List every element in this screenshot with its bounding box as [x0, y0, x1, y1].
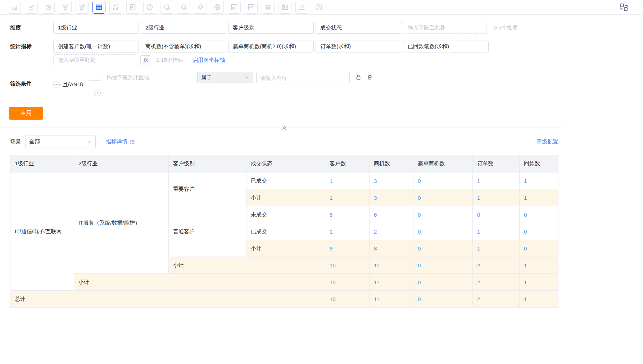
help-icon	[315, 3, 323, 11]
metric-value-cell[interactable]: 11	[370, 291, 413, 308]
metric-value-cell[interactable]: 1	[520, 257, 558, 274]
toolbar-china-bubble-map-button[interactable]	[177, 1, 190, 14]
metric-field-pill[interactable]: 商机数(不含输单)(求和)	[141, 41, 226, 52]
metric-field-pill[interactable]: 已回款笔数(求和)	[403, 41, 489, 52]
collapse-config-button[interactable]	[279, 125, 289, 131]
dimension-cell: 重要客户	[169, 172, 246, 206]
swap-axes-button[interactable]	[619, 3, 629, 12]
scene-select[interactable]: 全部	[25, 135, 96, 148]
dimension-field-pill[interactable]: 2级行业	[141, 22, 226, 34]
metric-value-cell[interactable]: 0	[413, 257, 473, 274]
toolbar-bar-chart-button[interactable]	[8, 1, 21, 14]
metric-value-cell[interactable]: 3	[370, 172, 413, 189]
toolbar-bubble-map-button[interactable]	[194, 1, 207, 14]
add-condition-button[interactable]: +	[94, 90, 101, 96]
list-icon[interactable]	[129, 139, 135, 145]
metric-value-cell[interactable]: 1	[473, 240, 520, 257]
toolbar-pie-chart-button[interactable]	[42, 1, 55, 14]
metric-value-cell[interactable]: 0	[413, 240, 473, 257]
delete-condition-button[interactable]	[366, 74, 374, 82]
toolbar-help-button[interactable]	[312, 1, 325, 14]
metric-value-cell[interactable]: 1	[325, 172, 370, 189]
metric-value-cell[interactable]: 2	[473, 291, 520, 308]
metric-field-pill[interactable]: 赢单商机数(商机2.0)(求和)	[228, 41, 314, 52]
metric-value-cell[interactable]: 1	[520, 189, 558, 206]
filter-field-drop-zone[interactable]: 拖拽字段到此区域	[102, 72, 195, 83]
metric-value-cell[interactable]: 9	[325, 240, 370, 257]
toolbar-world-map-button[interactable]	[211, 1, 224, 14]
metric-value-cell[interactable]: 0	[413, 274, 473, 291]
metric-value-cell[interactable]: 0	[413, 223, 473, 240]
metric-value-cell[interactable]: 0	[520, 206, 558, 223]
metric-value-cell[interactable]: 3	[370, 189, 413, 206]
metric-value-cell[interactable]: 1	[325, 223, 370, 240]
metric-value-cell[interactable]: 8	[325, 206, 370, 223]
metrics-row-2: 拖入字段至此处 fx 1-15个指标 启用次坐标轴	[10, 54, 643, 66]
chevron-down-icon	[244, 75, 249, 80]
toolbar-table-button[interactable]	[92, 1, 105, 14]
metric-drop-zone[interactable]: 拖入字段至此处	[53, 54, 137, 66]
dimension-row: 维度 1级行业2级行业客户级别成交状态 拖入字段至此处 0-5个维度	[10, 22, 643, 34]
metric-value-cell[interactable]: 1	[520, 291, 558, 308]
metric-value-cell[interactable]: 2	[370, 223, 413, 240]
lock-icon	[355, 74, 362, 81]
apply-button[interactable]: 应用	[9, 107, 43, 120]
toolbar-combo-chart-button[interactable]	[109, 1, 122, 14]
toolbar-funnel-button[interactable]	[59, 1, 72, 14]
metric-value-cell[interactable]: 1	[473, 172, 520, 189]
metric-value-cell[interactable]: 10	[325, 257, 370, 274]
metric-field-pill[interactable]: 订单数(求和)	[316, 41, 401, 52]
toolbar-report-button[interactable]	[126, 1, 139, 14]
metric-value-cell[interactable]: 1	[520, 172, 558, 189]
metric-value-cell[interactable]: 1	[473, 189, 520, 206]
metric-value-cell[interactable]: 11	[370, 257, 413, 274]
metric-field-pill[interactable]: 创建客户数(唯一计数)	[53, 41, 139, 52]
metric-value-cell[interactable]: 6	[370, 206, 413, 223]
formula-button[interactable]: fx	[140, 55, 151, 65]
toolbar-scatter-chart-button[interactable]	[295, 1, 308, 14]
toolbar-trend-line-button[interactable]	[245, 1, 258, 14]
metric-value-cell[interactable]: 2	[473, 274, 520, 291]
metric-detail-link[interactable]: 指标详情	[106, 138, 127, 145]
metric-value-cell[interactable]: 8	[370, 240, 413, 257]
metric-value-cell[interactable]: 1	[325, 189, 370, 206]
metric-value-cell[interactable]: 10	[325, 291, 370, 308]
bubble-map-icon	[196, 3, 204, 11]
dimension-cell: 未成交	[246, 206, 325, 223]
toolbar-line-chart-button[interactable]	[25, 1, 38, 14]
toolbar-gauge-button[interactable]	[143, 1, 156, 14]
dimension-field-pill[interactable]: 1级行业	[53, 22, 139, 34]
filter-operator-select[interactable]: 属于	[197, 72, 253, 83]
dimension-cell: 小计	[246, 240, 325, 257]
metric-value-cell[interactable]: 0	[520, 223, 558, 240]
metric-value-cell[interactable]: 2	[473, 257, 520, 274]
metric-value-cell[interactable]: 0	[413, 172, 473, 189]
metric-value-cell[interactable]: 1	[473, 223, 520, 240]
dimension-field-pill[interactable]: 成交状态	[316, 22, 401, 34]
metric-value-cell[interactable]: 0	[413, 291, 473, 308]
metric-value-cell[interactable]: 11	[370, 274, 413, 291]
toolbar-pivot-grid-button[interactable]	[262, 1, 275, 14]
report-icon	[129, 3, 137, 11]
metric-value-cell[interactable]: 1	[520, 274, 558, 291]
lock-condition-button[interactable]	[355, 74, 363, 82]
filter-value-input[interactable]	[256, 72, 350, 83]
metrics-hint: 1-15个指标	[156, 57, 183, 64]
toolbar-funnel-compare-button[interactable]	[76, 1, 89, 14]
toolbar-crosstab-button[interactable]	[279, 1, 291, 14]
dimension-field-pill[interactable]: 客户级别	[228, 22, 314, 34]
metric-value-cell[interactable]: 0	[473, 206, 520, 223]
metric-value-cell[interactable]: 10	[325, 274, 370, 291]
toolbar-china-map-button[interactable]	[160, 1, 173, 14]
metric-value-cell[interactable]: 0	[413, 189, 473, 206]
metric-value-cell[interactable]: 0	[520, 240, 558, 257]
secondary-axis-link[interactable]: 启用次坐标轴	[193, 57, 225, 64]
advanced-config-link[interactable]: 高级配置	[536, 138, 558, 145]
metric-value-cell[interactable]: 0	[413, 206, 473, 223]
pie-chart-icon	[44, 3, 52, 11]
funnel-icon	[61, 3, 69, 11]
dimension-drop-zone[interactable]: 拖入字段至此处	[403, 22, 487, 34]
toolbar-histogram-button[interactable]	[228, 1, 241, 14]
metrics-label: 统计指标	[10, 43, 53, 50]
remove-condition-button[interactable]: −	[53, 82, 60, 88]
